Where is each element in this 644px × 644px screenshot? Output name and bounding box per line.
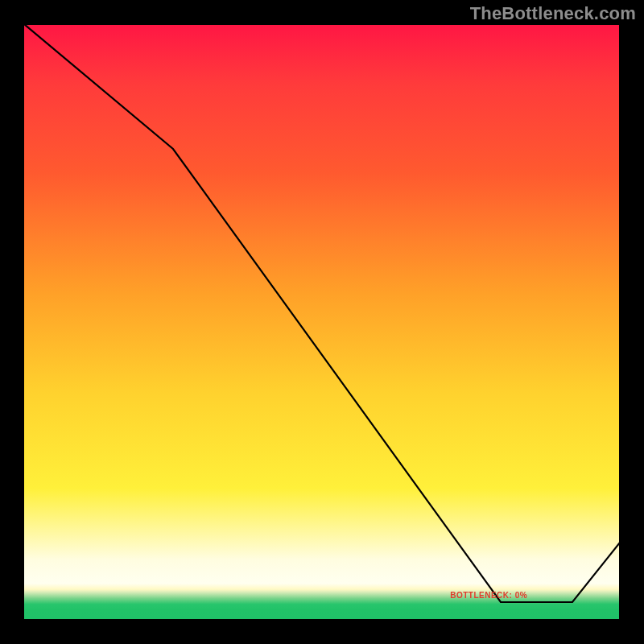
plot-area: [24, 24, 620, 620]
bottleneck-label: BOTTLENECK: 0%: [450, 590, 527, 599]
watermark-text: TheBottleneck.com: [470, 3, 636, 24]
chart-stage: TheBottleneck.com BOTTLENECK: 0%: [0, 0, 644, 644]
